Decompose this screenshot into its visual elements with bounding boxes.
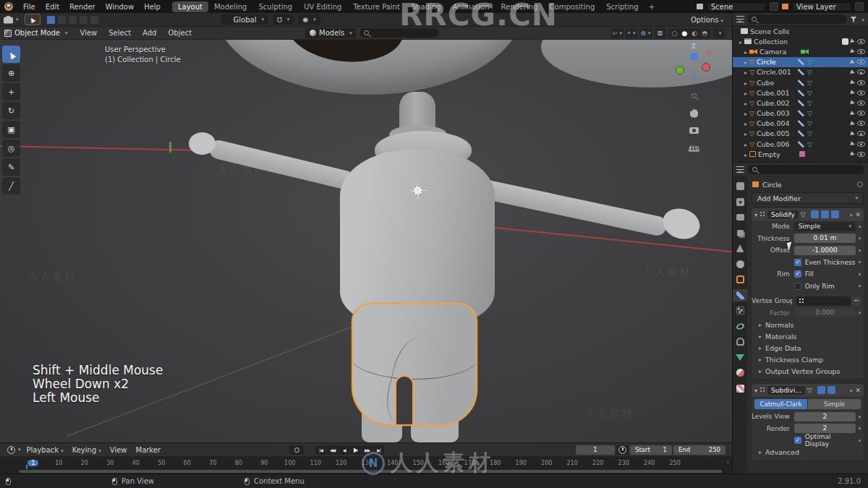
fill-checkbox[interactable] <box>794 270 801 278</box>
timeline-editor-selector[interactable] <box>7 446 21 454</box>
outliner-row[interactable]: Cube.002 <box>733 98 868 108</box>
selectable-toggle-icon[interactable] <box>850 141 856 147</box>
properties-tab[interactable] <box>733 196 747 208</box>
start-frame-field[interactable]: Start1 <box>630 445 672 455</box>
frame-number[interactable]: 120 <box>328 460 354 466</box>
outliner-search-input[interactable] <box>747 14 847 24</box>
disclosure-icon[interactable] <box>739 38 742 46</box>
outliner-row[interactable]: Circle.001 <box>733 67 868 77</box>
outliner-row[interactable]: Scene Collection <box>733 26 868 36</box>
select-mode-set[interactable] <box>46 15 56 25</box>
shading-mode-button[interactable]: ◓ <box>699 30 710 37</box>
visibility-eye-icon[interactable] <box>857 59 865 64</box>
frame-number[interactable]: 200 <box>534 460 560 466</box>
show-on-cage-toggle[interactable] <box>807 386 815 394</box>
filter-icon[interactable] <box>850 17 856 22</box>
toolbar-tool-button[interactable]: ↻ <box>2 102 20 119</box>
frame-number[interactable]: 100 <box>277 460 303 466</box>
pin-icon[interactable] <box>857 181 863 187</box>
expand-icon[interactable] <box>754 386 757 394</box>
drag-handle-icon[interactable] <box>760 387 765 393</box>
disclosure-icon[interactable] <box>744 89 747 97</box>
animate-dot[interactable] <box>859 226 861 228</box>
gizmos-dropdown[interactable]: ⌖ <box>626 28 637 38</box>
selectable-toggle-icon[interactable] <box>850 131 856 137</box>
animate-dot[interactable] <box>859 261 861 263</box>
frame-number[interactable]: 1 <box>20 460 46 466</box>
outliner-row[interactable]: Empty <box>733 149 868 159</box>
selectable-toggle-icon[interactable] <box>850 90 856 95</box>
viewport-canvas[interactable]: User Perspective (1) Collection | Circle… <box>0 40 732 442</box>
visibility-eye-icon[interactable] <box>857 100 865 106</box>
viewport-menu-item[interactable]: View <box>75 29 103 37</box>
realtime-toggle[interactable] <box>821 210 829 218</box>
properties-editor-dropdown[interactable] <box>736 166 744 173</box>
frame-number[interactable]: 20 <box>72 460 98 466</box>
select-mode-subtract[interactable] <box>68 15 77 25</box>
render-toggle[interactable] <box>831 210 839 218</box>
viewport-menu-item[interactable]: Add <box>137 29 161 37</box>
realtime-toggle[interactable] <box>827 386 835 394</box>
visibility-eye-icon[interactable] <box>857 49 865 54</box>
disclosure-icon[interactable] <box>744 48 747 56</box>
disclosure-icon[interactable] <box>744 58 747 66</box>
shading-mode-button[interactable]: ● <box>679 30 689 37</box>
blender-logo-icon[interactable] <box>4 2 13 11</box>
add-modifier-button[interactable]: Add Modifier <box>752 192 864 204</box>
grid-toggle-icon[interactable] <box>689 142 699 153</box>
edit-mode-toggle[interactable] <box>811 210 819 218</box>
filter-dropdown[interactable] <box>859 15 864 23</box>
outliner-row[interactable]: Cube.005 <box>733 129 868 139</box>
disclosure-icon[interactable] <box>744 79 747 87</box>
animate-dot[interactable] <box>859 273 861 275</box>
animate-dot[interactable] <box>859 440 861 442</box>
shading-options-dropdown[interactable] <box>713 28 725 38</box>
modifier-name[interactable]: Solidify <box>767 210 799 219</box>
workspace-tab[interactable]: Modeling <box>208 1 253 12</box>
visibility-eye-icon[interactable] <box>857 90 865 95</box>
workspace-tab[interactable]: Texture Paint <box>347 1 406 12</box>
scene-selector[interactable]: Scene <box>707 2 766 12</box>
z-axis-ball[interactable] <box>690 53 698 61</box>
frame-number[interactable]: 190 <box>509 460 535 466</box>
advanced-section[interactable]: Advanced <box>752 447 864 458</box>
modifier-extras-dropdown[interactable] <box>848 386 853 394</box>
animate-dot[interactable] <box>859 416 861 418</box>
selected-shorts-object[interactable] <box>352 303 477 426</box>
frame-number[interactable]: 40 <box>123 460 149 466</box>
xray-toggle[interactable]: ▥ <box>655 28 666 38</box>
collapsed-section[interactable]: Thickness Clamp <box>752 354 864 365</box>
close-modifier-icon[interactable]: ✕ <box>855 211 861 218</box>
frame-number[interactable]: 220 <box>585 460 611 466</box>
outliner-row[interactable]: Cube.003 <box>733 108 868 119</box>
timeline-menu-item[interactable]: Playback <box>22 446 68 454</box>
transport-button[interactable]: ▶ <box>350 445 361 455</box>
y-axis-ball[interactable] <box>676 66 684 74</box>
frame-number[interactable]: 80 <box>226 460 252 466</box>
frame-number[interactable]: 50 <box>149 460 175 466</box>
selectable-toggle-icon[interactable] <box>850 111 856 116</box>
overlays-dropdown[interactable]: ◍ <box>639 28 652 38</box>
collapse-arrow-icon[interactable]: ‹ <box>727 459 729 466</box>
animate-dot[interactable] <box>859 237 861 239</box>
even-thickness-checkbox[interactable] <box>794 259 801 266</box>
frame-number[interactable]: 10 <box>46 460 72 466</box>
factor-slider[interactable]: 0.000 <box>794 308 856 317</box>
selectable-toggle-icon[interactable] <box>850 80 856 85</box>
shading-mode-button[interactable]: ○ <box>670 30 680 37</box>
mode-selector[interactable]: Object Mode <box>4 29 68 37</box>
outliner-row[interactable]: Cube.004 <box>733 119 868 129</box>
disclosure-icon[interactable] <box>744 140 747 148</box>
disclosure-icon[interactable] <box>744 119 747 127</box>
properties-tab[interactable] <box>733 180 747 192</box>
outliner-row[interactable]: Collection <box>733 36 868 46</box>
frame-number[interactable]: 70 <box>200 460 226 466</box>
properties-tab[interactable] <box>733 258 747 270</box>
x-axis-ball[interactable] <box>702 63 710 72</box>
options-dropdown[interactable]: Options <box>691 16 723 24</box>
workspace-tab[interactable]: Sculpting <box>252 1 298 12</box>
pan-hand-icon[interactable] <box>689 108 699 119</box>
timeline-menu-item[interactable]: View <box>106 446 132 454</box>
frame-number[interactable]: 250 <box>663 460 689 466</box>
disclosure-icon[interactable] <box>744 99 747 107</box>
